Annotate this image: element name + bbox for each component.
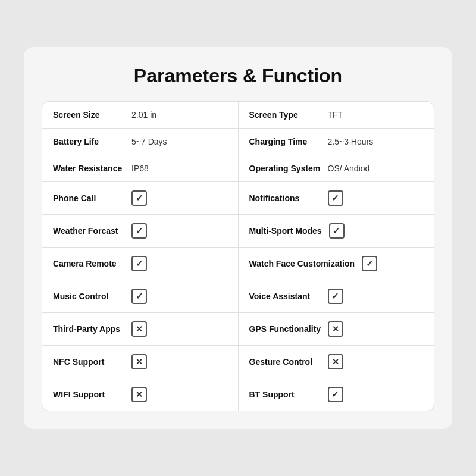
cell-right-0: Screen TypeTFT	[239, 102, 434, 128]
cell-right-8: Gesture Control	[239, 346, 434, 378]
check-no-icon	[131, 354, 147, 369]
check-no-icon	[328, 354, 343, 369]
table-row: Battery Life5~7 DaysCharging Time2.5~3 H…	[42, 129, 434, 155]
check-yes-icon	[131, 190, 147, 206]
cell-label: Gesture Control	[249, 357, 321, 367]
check-no-icon	[131, 387, 147, 402]
table-row: Water ResistanceIP68Operating SystemOS/ …	[42, 155, 434, 182]
cell-right-7: GPS Functionality	[239, 313, 434, 345]
cell-value: OS/ Andiod	[328, 164, 370, 173]
check-yes-icon	[131, 256, 147, 271]
cell-right-5: Watch Face Customization	[239, 248, 434, 280]
cell-left-2: Water ResistanceIP68	[42, 155, 239, 181]
cell-left-1: Battery Life5~7 Days	[42, 129, 239, 155]
cell-label: BT Support	[249, 390, 321, 399]
table-row: Third-Party AppsGPS Functionality	[42, 313, 434, 346]
cell-left-5: Camera Remote	[42, 248, 239, 280]
cell-value: 2.5~3 Hours	[328, 137, 374, 146]
check-yes-icon	[131, 223, 147, 239]
table-row: Weather ForcastMulti-Sport Modes	[42, 215, 434, 248]
cell-right-4: Multi-Sport Modes	[239, 215, 434, 247]
cell-label: GPS Functionality	[249, 324, 321, 334]
check-yes-icon	[131, 289, 147, 304]
cell-label: Watch Face Customization	[249, 259, 355, 268]
cell-left-0: Screen Size2.01 in	[42, 102, 239, 128]
check-no-icon	[131, 321, 147, 337]
cell-value: TFT	[328, 110, 343, 120]
cell-label: NFC Support	[53, 357, 124, 367]
cell-label: Multi-Sport Modes	[249, 226, 322, 236]
cell-label: Operating System	[249, 164, 321, 173]
cell-label: Water Resistance	[53, 164, 124, 173]
table-row: NFC SupportGesture Control	[42, 346, 434, 378]
table-row: Music ControlVoice Assistant	[42, 280, 434, 313]
check-yes-icon	[328, 190, 343, 206]
table-row: Camera RemoteWatch Face Customization	[42, 248, 434, 280]
cell-label: Screen Size	[53, 110, 124, 120]
cell-value: IP68	[131, 164, 149, 173]
cell-left-9: WIFI Support	[42, 378, 239, 411]
cell-left-3: Phone Call	[42, 182, 239, 214]
cell-label: Battery Life	[53, 137, 124, 146]
cell-right-2: Operating SystemOS/ Andiod	[239, 155, 434, 181]
cell-left-7: Third-Party Apps	[42, 313, 239, 345]
cell-label: Phone Call	[53, 193, 124, 203]
params-table: Screen Size2.01 inScreen TypeTFTBattery …	[42, 101, 434, 411]
cell-left-8: NFC Support	[42, 346, 239, 378]
check-yes-icon	[328, 289, 343, 304]
check-no-icon	[328, 321, 343, 337]
check-yes-icon	[362, 256, 377, 271]
cell-right-1: Charging Time2.5~3 Hours	[239, 129, 434, 155]
cell-left-4: Weather Forcast	[42, 215, 239, 247]
cell-value: 2.01 in	[131, 110, 156, 120]
cell-left-6: Music Control	[42, 280, 239, 312]
cell-label: Voice Assistant	[249, 292, 321, 301]
cell-right-9: BT Support	[239, 378, 434, 411]
cell-label: Notifications	[249, 193, 321, 203]
cell-label: Third-Party Apps	[53, 324, 124, 334]
table-row: Screen Size2.01 inScreen TypeTFT	[42, 102, 434, 129]
check-yes-icon	[329, 223, 345, 239]
check-yes-icon	[328, 387, 343, 402]
table-row: Phone CallNotifications	[42, 182, 434, 215]
cell-right-3: Notifications	[239, 182, 434, 214]
cell-label: Screen Type	[249, 110, 321, 120]
main-container: Parameters & Function Screen Size2.01 in…	[24, 47, 452, 429]
cell-label: Music Control	[53, 292, 124, 301]
cell-right-6: Voice Assistant	[239, 280, 434, 312]
cell-label: WIFI Support	[53, 390, 124, 399]
cell-label: Charging Time	[249, 137, 321, 146]
table-row: WIFI SupportBT Support	[42, 378, 434, 411]
cell-label: Camera Remote	[53, 259, 124, 268]
cell-label: Weather Forcast	[53, 226, 124, 236]
cell-value: 5~7 Days	[131, 137, 167, 146]
page-title: Parameters & Function	[42, 65, 434, 87]
